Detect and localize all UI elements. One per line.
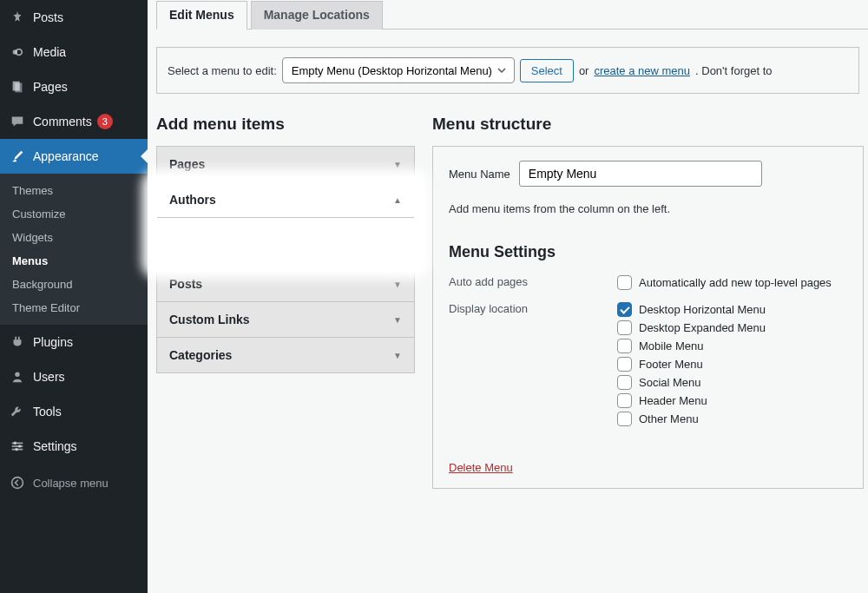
menu-structure-column: Menu structure Menu Name Add menu items … [432,115,868,489]
sidebar-item-comments[interactable]: Comments 3 [0,104,148,139]
select-button[interactable]: Select [520,59,574,82]
acc-pages: Pages ▼ [157,147,414,181]
acc-head-authors[interactable]: Authors ▲ [157,182,414,217]
auto-add-checkbox[interactable]: Automatically add new top-level pages [617,275,832,290]
tail-text: . Don't forget to [695,64,772,77]
svg-point-8 [14,442,17,445]
delete-menu-link[interactable]: Delete Menu [449,461,513,474]
menu-name-row: Menu Name [449,161,847,187]
menu-select-bar: Select a menu to edit: Empty Menu (Deskt… [156,47,859,94]
loc-social[interactable]: Social Menu [617,375,766,390]
acc-head-pages[interactable]: Pages ▼ [157,147,414,181]
sidebar-label: Appearance [33,149,99,163]
main-content: Edit Menus Manage Locations Select a men… [148,0,868,593]
sidebar-item-media[interactable]: Media [0,35,148,69]
menu-name-input[interactable] [519,161,762,187]
chevron-up-icon: ▲ [393,195,402,205]
subitem-background[interactable]: Background [0,273,148,296]
svg-point-10 [15,448,18,451]
items-accordion: Pages ▼ Authors ▲ Posts [156,146,415,373]
plug-icon [9,333,26,351]
svg-point-9 [18,445,22,448]
sidebar-item-plugins[interactable]: Plugins [0,325,148,359]
tab-edit-menus[interactable]: Edit Menus [156,1,247,30]
create-menu-link[interactable]: create a new menu [594,64,690,77]
structure-heading: Menu structure [432,115,868,134]
select-prompt: Select a menu to edit: [168,64,277,77]
chevron-down-icon: ▼ [393,280,402,289]
add-menu-items-column: Add menu items Pages ▼ Authors ▲ [156,115,415,489]
subitem-theme-editor[interactable]: Theme Editor [0,296,148,320]
loc-desktop-horizontal[interactable]: Desktop Horizontal Menu [617,302,766,317]
brush-icon [9,148,26,165]
page-icon [9,78,26,96]
svg-point-4 [15,372,19,377]
sidebar-item-users[interactable]: Users [0,359,148,394]
sidebar-item-appearance[interactable]: Appearance [0,139,148,174]
menu-frame: Menu Name Add menu items from the column… [432,146,864,489]
loc-desktop-expanded[interactable]: Desktop Expanded Menu [617,320,766,335]
acc-body-authors [157,217,414,266]
nav-tabs: Edit Menus Manage Locations [156,0,868,30]
acc-authors: Authors ▲ [157,181,414,266]
or-text: or [579,64,589,77]
auto-add-row: Auto add pages Automatically add new top… [449,275,847,290]
display-location-label: Display location [449,302,617,315]
collapse-icon [9,474,26,491]
acc-custom-links: Custom Links ▼ [157,301,414,337]
sidebar-label: Posts [33,10,63,24]
comment-icon [9,113,26,130]
comments-badge: 3 [97,114,113,129]
subitem-themes[interactable]: Themes [0,179,148,202]
sidebar-label: Plugins [33,335,73,349]
loc-footer[interactable]: Footer Menu [617,357,766,372]
sidebar-label: Tools [33,405,62,418]
menu-select[interactable]: Empty Menu (Desktop Horizontal Menu) [282,57,515,83]
subitem-widgets[interactable]: Widgets [0,226,148,249]
media-icon [9,43,26,61]
sidebar-label: Pages [33,80,68,94]
acc-head-custom-links[interactable]: Custom Links ▼ [157,302,414,337]
sidebar-label: Comments [33,115,92,128]
acc-categories: Categories ▼ [157,337,414,372]
admin-sidebar: Posts Media Pages Comments 3 Appearance … [0,0,148,593]
collapse-menu[interactable]: Collapse menu [0,464,148,502]
svg-rect-3 [15,83,22,93]
sidebar-label: Users [33,370,65,384]
sidebar-item-tools[interactable]: Tools [0,394,148,429]
loc-mobile[interactable]: Mobile Menu [617,339,766,353]
subitem-customize[interactable]: Customize [0,202,148,226]
acc-posts: Posts ▼ [157,266,414,301]
sidebar-item-pages[interactable]: Pages [0,69,148,104]
wrench-icon [9,403,26,420]
chevron-down-icon: ▼ [393,160,402,169]
chevron-down-icon: ▼ [393,351,402,360]
auto-add-label: Auto add pages [449,275,617,288]
user-icon [9,368,26,385]
display-location-row: Display location Desktop Horizontal Menu… [449,302,847,426]
settings-heading: Menu Settings [449,243,847,261]
sliders-icon [9,438,26,455]
acc-head-posts[interactable]: Posts ▼ [157,267,414,301]
add-items-heading: Add menu items [156,115,415,134]
sidebar-item-posts[interactable]: Posts [0,0,148,35]
sidebar-item-settings[interactable]: Settings [0,429,148,464]
tab-manage-locations[interactable]: Manage Locations [251,1,383,30]
location-options: Desktop Horizontal Menu Desktop Expanded… [617,302,766,426]
loc-other[interactable]: Other Menu [617,412,766,426]
loc-header[interactable]: Header Menu [617,393,766,408]
chevron-down-icon: ▼ [393,315,402,325]
acc-head-categories[interactable]: Categories ▼ [157,338,414,372]
sidebar-label: Settings [33,439,77,453]
svg-point-11 [12,478,23,489]
structure-hint: Add menu items from the column on the le… [449,202,847,215]
pin-icon [9,9,26,26]
menu-name-label: Menu Name [449,168,510,181]
appearance-submenu: Themes Customize Widgets Menus Backgroun… [0,174,148,325]
collapse-label: Collapse menu [33,477,108,490]
sidebar-label: Media [33,45,66,59]
subitem-menus[interactable]: Menus [0,249,148,273]
